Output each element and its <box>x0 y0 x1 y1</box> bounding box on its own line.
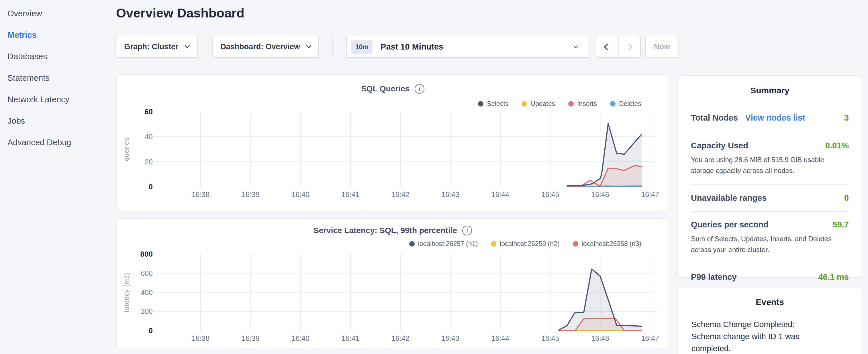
svg-text:16:46: 16:46 <box>591 334 609 342</box>
events-title: Events <box>691 297 848 307</box>
svg-text:16:38: 16:38 <box>192 190 210 198</box>
service-latency-chart-card: Service Latency: SQL, 99th percentile i … <box>116 218 670 349</box>
sidebar-item-overview[interactable]: Overview <box>0 3 115 24</box>
svg-text:200: 200 <box>141 307 153 315</box>
svg-text:0: 0 <box>149 183 153 191</box>
capacity-used-label: Capacity Used <box>691 141 748 150</box>
summary-row-capacity: Capacity Used 0.01% <box>691 141 849 150</box>
summary-row-unavailable-ranges: Unavailable ranges 0 <box>691 193 849 203</box>
divider <box>691 263 849 263</box>
unavailable-ranges-label: Unavailable ranges <box>691 193 767 203</box>
sidebar-item-databases[interactable]: Databases <box>0 46 115 67</box>
svg-text:16:41: 16:41 <box>342 334 360 342</box>
svg-text:16:47: 16:47 <box>641 334 659 342</box>
summary-row-qps: Queries per second 59.7 <box>691 220 849 229</box>
time-range-badge: 10m <box>351 40 373 54</box>
svg-text:16:41: 16:41 <box>342 190 360 198</box>
qps-description: Sum of Selects, Updates, Inserts, and De… <box>691 233 849 255</box>
svg-text:16:47: 16:47 <box>641 190 659 198</box>
total-nodes-value: 3 <box>844 113 849 123</box>
svg-text:16:45: 16:45 <box>541 334 559 342</box>
page-title: Overview Dashboard <box>116 6 244 21</box>
sidebar-item-network-latency[interactable]: Network Latency <box>0 89 115 110</box>
sidebar: Overview Metrics Databases Statements Ne… <box>0 3 115 153</box>
chevron-down-icon <box>574 44 578 49</box>
summary-row-total-nodes: Total Nodes View nodes list 3 <box>691 113 849 123</box>
time-range-dropdown[interactable]: 10m Past 10 Minutes <box>346 36 589 58</box>
now-button[interactable]: Now <box>645 36 679 58</box>
total-nodes-label: Total Nodes <box>691 113 738 123</box>
svg-text:20: 20 <box>145 158 153 166</box>
time-step-back-button[interactable] <box>596 36 618 57</box>
chevron-right-icon <box>626 43 633 50</box>
svg-text:400: 400 <box>141 288 153 296</box>
sidebar-item-advanced-debug[interactable]: Advanced Debug <box>0 132 115 153</box>
svg-text:16:44: 16:44 <box>492 190 509 198</box>
summary-row-p99-latency: P99 latency 46.1 ms <box>691 272 849 282</box>
svg-text:40: 40 <box>145 133 153 141</box>
dashboard-dropdown-label: Dashboard: Overview <box>220 42 300 51</box>
svg-text:60: 60 <box>145 107 153 116</box>
capacity-description: You are using 28.6 MiB of 515.9 GiB usab… <box>691 154 849 176</box>
sql-queries-plot: 020406016:3816:3916:4016:4116:4216:4316:… <box>117 75 670 212</box>
divider <box>691 212 849 212</box>
svg-text:16:43: 16:43 <box>441 190 459 198</box>
chevron-left-icon <box>604 43 610 50</box>
sidebar-item-jobs[interactable]: Jobs <box>0 110 115 132</box>
toolbar-divider <box>333 37 333 57</box>
chevron-down-icon <box>185 43 190 48</box>
p99-latency-label: P99 latency <box>691 272 737 282</box>
chevron-down-icon <box>306 43 311 48</box>
svg-text:800: 800 <box>141 250 153 258</box>
sidebar-item-statements[interactable]: Statements <box>0 67 115 89</box>
svg-text:16:40: 16:40 <box>291 334 309 342</box>
svg-text:16:46: 16:46 <box>591 190 609 198</box>
svg-text:16:45: 16:45 <box>541 190 559 198</box>
view-nodes-list-link[interactable]: View nodes list <box>745 113 805 123</box>
event-message: Schema Change Completed: Schema change w… <box>691 319 826 354</box>
p99-latency-value: 46.1 ms <box>818 272 849 282</box>
svg-text:16:42: 16:42 <box>392 334 409 342</box>
svg-text:queries: queries <box>123 137 130 161</box>
svg-text:latency (ms): latency (ms) <box>123 273 130 312</box>
summary-title: Summary <box>691 86 849 95</box>
svg-text:16:39: 16:39 <box>242 334 260 342</box>
capacity-used-value: 0.01% <box>825 141 849 150</box>
svg-text:16:43: 16:43 <box>441 334 459 342</box>
events-panel: Events Schema Change Completed: Schema c… <box>677 287 862 354</box>
sidebar-item-metrics[interactable]: Metrics <box>0 24 115 46</box>
qps-value: 59.7 <box>833 220 849 229</box>
summary-panel: Summary Total Nodes View nodes list 3 Ca… <box>677 75 862 278</box>
dashboard-dropdown[interactable]: Dashboard: Overview <box>212 36 319 58</box>
graph-scope-dropdown[interactable]: Graph: Cluster <box>116 36 198 58</box>
svg-text:16:44: 16:44 <box>492 334 509 342</box>
unavailable-ranges-value: 0 <box>844 193 849 203</box>
svg-text:16:39: 16:39 <box>242 190 260 198</box>
svg-text:16:38: 16:38 <box>192 334 210 342</box>
qps-label: Queries per second <box>691 220 769 229</box>
service-latency-plot: 020040060080016:3816:3916:4016:4116:4216… <box>117 219 670 350</box>
time-step-buttons <box>596 36 641 58</box>
time-range-label: Past 10 Minutes <box>380 42 443 52</box>
divider <box>691 132 849 132</box>
svg-text:600: 600 <box>141 269 153 277</box>
graph-scope-dropdown-label: Graph: Cluster <box>124 42 178 51</box>
svg-text:16:40: 16:40 <box>291 190 309 198</box>
svg-text:0: 0 <box>149 326 153 335</box>
svg-text:16:42: 16:42 <box>392 190 409 198</box>
sql-queries-chart-card: SQL Queries i SelectsUpdatesInsertsDelet… <box>116 74 670 211</box>
divider <box>691 184 849 185</box>
time-step-forward-button[interactable] <box>618 36 641 57</box>
